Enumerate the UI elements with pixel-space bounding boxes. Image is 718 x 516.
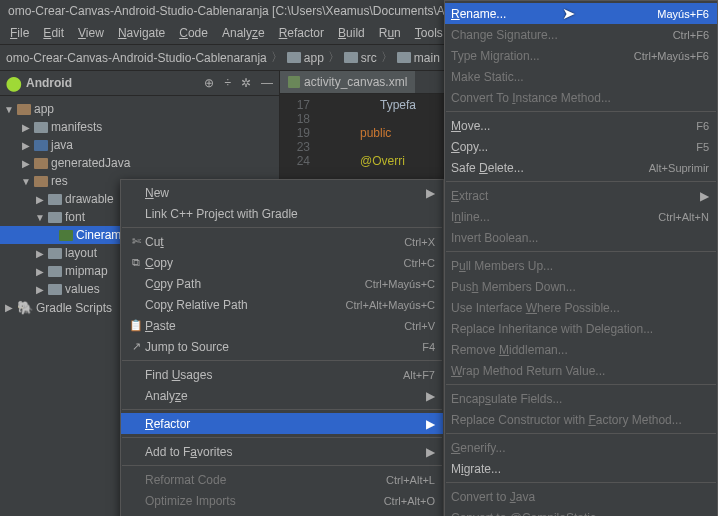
ctx-type-migration: Type Migration...Ctrl+Mayús+F6 — [445, 45, 717, 66]
breadcrumb-project[interactable]: omo-Crear-Canvas-Android-Studio-Cablenar… — [6, 51, 267, 65]
expand-arrow-icon[interactable]: ▼ — [35, 212, 45, 223]
breadcrumb-src[interactable]: src — [344, 51, 377, 65]
target-icon[interactable]: ⊕ — [204, 76, 214, 90]
menu-view[interactable]: View — [72, 24, 110, 42]
ctx-optimize-imports: Optimize ImportsCtrl+Alt+O — [121, 490, 443, 511]
expand-arrow-icon[interactable]: ▶ — [35, 194, 45, 205]
menu-separator — [446, 384, 716, 385]
ctx-refactor[interactable]: Refactor▶ — [121, 413, 443, 434]
expand-arrow-icon[interactable]: ▼ — [21, 176, 31, 187]
ctx-wrap-return: Wrap Method Return Value... — [445, 360, 717, 381]
folder-icon — [34, 158, 48, 169]
breadcrumb-main[interactable]: main — [397, 51, 440, 65]
minimize-icon[interactable]: — — [261, 76, 273, 90]
ctx-extract: Extract▶ — [445, 185, 717, 206]
expand-arrow-icon[interactable]: ▶ — [35, 284, 45, 295]
menu-navigate[interactable]: Navigate — [112, 24, 171, 42]
gradle-icon: 🐘 — [17, 300, 33, 315]
menu-separator — [122, 409, 442, 410]
ctx-jump-to-source[interactable]: ↗Jump to SourceF4 — [121, 336, 443, 357]
ctx-copy[interactable]: ⧉CopyCtrl+C — [121, 252, 443, 273]
ctx-inline: Inline...Ctrl+Alt+N — [445, 206, 717, 227]
cut-icon: ✄ — [127, 235, 145, 248]
ctx-change-signature: Change Signature...Ctrl+F6 — [445, 24, 717, 45]
folder-icon — [48, 248, 62, 259]
folder-icon — [48, 284, 62, 295]
line-number: 24 — [280, 154, 320, 168]
folder-icon — [344, 52, 358, 63]
folder-icon — [397, 52, 411, 63]
menu-run[interactable]: Run — [373, 24, 407, 42]
folder-icon — [48, 194, 62, 205]
menu-tools[interactable]: Tools — [409, 24, 449, 42]
tree-header: ⬤Android ⊕ ÷ ✲ — — [0, 71, 279, 96]
settings-icon[interactable]: ✲ — [241, 76, 251, 90]
ctx-delete[interactable]: Delete...Suprimir — [121, 511, 443, 516]
menu-separator — [122, 437, 442, 438]
menu-analyze[interactable]: Analyze — [216, 24, 271, 42]
collapse-icon[interactable]: ÷ — [224, 76, 231, 90]
chevron-right-icon: 〉 — [381, 49, 393, 66]
menu-separator — [122, 360, 442, 361]
ctx-pull-members-up: Pull Members Up... — [445, 255, 717, 276]
font-file-icon — [59, 230, 73, 241]
module-icon — [17, 104, 31, 115]
expand-arrow-icon[interactable]: ▼ — [4, 104, 14, 115]
ctx-copy[interactable]: Copy...F5 — [445, 136, 717, 157]
ctx-add-to-favorites[interactable]: Add to Favorites▶ — [121, 441, 443, 462]
menu-separator — [446, 181, 716, 182]
ctx-move[interactable]: Move...F6 — [445, 115, 717, 136]
line-number: 19 — [280, 126, 320, 140]
ctx-copy-relative-path[interactable]: Copy Relative PathCtrl+Alt+Mayús+C — [121, 294, 443, 315]
xml-file-icon — [288, 76, 300, 88]
refactor-submenu: Rename...Mayús+F6 Change Signature...Ctr… — [444, 0, 718, 516]
menu-code[interactable]: Code — [173, 24, 214, 42]
jump-icon: ↗ — [127, 340, 145, 353]
context-menu: New▶ Link C++ Project with Gradle ✄CutCt… — [120, 179, 444, 516]
tab-activity-canvas[interactable]: activity_canvas.xml — [280, 71, 415, 93]
menu-separator — [446, 482, 716, 483]
line-number: 23 — [280, 140, 320, 154]
folder-icon — [34, 122, 48, 133]
ctx-paste[interactable]: 📋PasteCtrl+V — [121, 315, 443, 336]
ctx-safe-delete[interactable]: Safe Delete...Alt+Suprimir — [445, 157, 717, 178]
menu-edit[interactable]: Edit — [37, 24, 70, 42]
menu-separator — [446, 433, 716, 434]
ctx-cut[interactable]: ✄CutCtrl+X — [121, 231, 443, 252]
expand-arrow-icon[interactable]: ▶ — [35, 266, 45, 277]
expand-arrow-icon[interactable]: ▶ — [35, 248, 45, 259]
expand-arrow-icon[interactable]: ▶ — [4, 302, 14, 313]
submenu-arrow-icon: ▶ — [700, 189, 709, 203]
folder-icon — [48, 266, 62, 277]
ctx-copy-path[interactable]: Copy PathCtrl+Mayús+C — [121, 273, 443, 294]
folder-icon — [34, 140, 48, 151]
tree-node-java[interactable]: ▶java — [0, 136, 279, 154]
ctx-link-cpp[interactable]: Link C++ Project with Gradle — [121, 203, 443, 224]
ctx-find-usages[interactable]: Find UsagesAlt+F7 — [121, 364, 443, 385]
menu-separator — [446, 111, 716, 112]
ctx-migrate[interactable]: Migrate... — [445, 458, 717, 479]
ctx-use-interface: Use Interface Where Possible... — [445, 297, 717, 318]
tree-node-manifests[interactable]: ▶manifests — [0, 118, 279, 136]
ctx-new[interactable]: New▶ — [121, 182, 443, 203]
ctx-reformat-code: Reformat CodeCtrl+Alt+L — [121, 469, 443, 490]
expand-arrow-icon[interactable]: ▶ — [21, 158, 31, 169]
menu-file[interactable]: File — [4, 24, 35, 42]
chevron-right-icon: 〉 — [328, 49, 340, 66]
paste-icon: 📋 — [127, 319, 145, 332]
folder-icon — [287, 52, 301, 63]
copy-icon: ⧉ — [127, 256, 145, 269]
submenu-arrow-icon: ▶ — [426, 445, 435, 459]
menu-refactor[interactable]: Refactor — [273, 24, 330, 42]
tree-node-app[interactable]: ▼app — [0, 100, 279, 118]
menu-build[interactable]: Build — [332, 24, 371, 42]
ctx-rename[interactable]: Rename...Mayús+F6 — [445, 3, 717, 24]
breadcrumb-app[interactable]: app — [287, 51, 324, 65]
tree-view-label[interactable]: Android — [26, 76, 72, 90]
ctx-convert-to-java: Convert to Java — [445, 486, 717, 507]
ctx-analyze[interactable]: Analyze▶ — [121, 385, 443, 406]
tree-node-generatedjava[interactable]: ▶generatedJava — [0, 154, 279, 172]
mouse-cursor: ➤ — [562, 4, 575, 23]
expand-arrow-icon[interactable]: ▶ — [21, 122, 31, 133]
expand-arrow-icon[interactable]: ▶ — [21, 140, 31, 151]
